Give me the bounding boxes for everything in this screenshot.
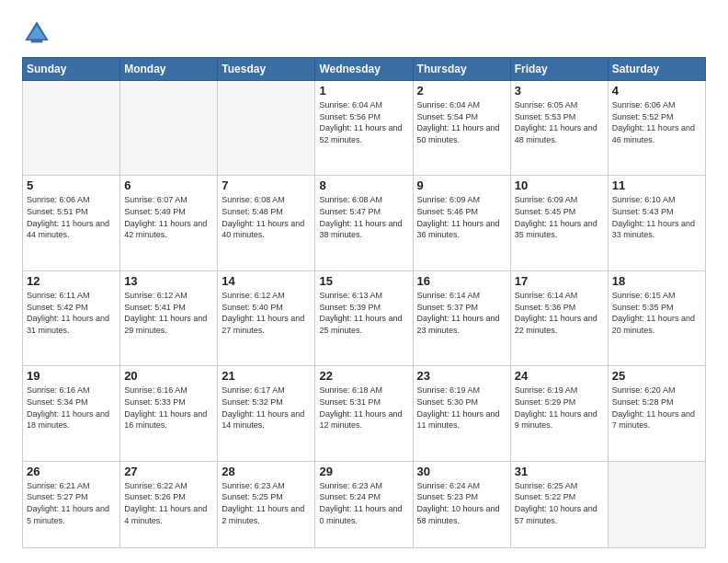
- calendar-header-sunday: Sunday: [23, 58, 120, 81]
- header: [22, 18, 706, 48]
- calendar-day-cell: [120, 81, 218, 176]
- svg-rect-2: [31, 39, 43, 42]
- day-info: Sunrise: 6:19 AM Sunset: 5:29 PM Dayligh…: [515, 385, 604, 431]
- day-number: 26: [27, 465, 116, 478]
- calendar-header-thursday: Thursday: [413, 58, 510, 81]
- calendar-day-cell: 24Sunrise: 6:19 AM Sunset: 5:29 PM Dayli…: [510, 366, 608, 461]
- day-number: 2: [417, 84, 506, 98]
- calendar-day-cell: 25Sunrise: 6:20 AM Sunset: 5:28 PM Dayli…: [608, 366, 705, 461]
- calendar-day-cell: 10Sunrise: 6:09 AM Sunset: 5:45 PM Dayli…: [510, 176, 608, 270]
- day-info: Sunrise: 6:12 AM Sunset: 5:40 PM Dayligh…: [222, 290, 311, 336]
- calendar-day-cell: 2Sunrise: 6:04 AM Sunset: 5:54 PM Daylig…: [413, 81, 510, 176]
- calendar-day-cell: 6Sunrise: 6:07 AM Sunset: 5:49 PM Daylig…: [120, 176, 218, 270]
- day-info: Sunrise: 6:20 AM Sunset: 5:28 PM Dayligh…: [612, 385, 701, 431]
- day-info: Sunrise: 6:24 AM Sunset: 5:23 PM Dayligh…: [417, 480, 506, 526]
- day-info: Sunrise: 6:11 AM Sunset: 5:42 PM Dayligh…: [27, 290, 116, 336]
- day-number: 24: [515, 369, 604, 383]
- day-info: Sunrise: 6:08 AM Sunset: 5:48 PM Dayligh…: [222, 194, 311, 240]
- day-number: 3: [515, 84, 604, 98]
- day-number: 5: [27, 178, 116, 192]
- day-number: 6: [124, 178, 213, 192]
- day-number: 4: [612, 84, 701, 98]
- calendar-day-cell: 22Sunrise: 6:18 AM Sunset: 5:31 PM Dayli…: [315, 366, 413, 461]
- day-info: Sunrise: 6:14 AM Sunset: 5:37 PM Dayligh…: [417, 290, 506, 336]
- calendar-day-cell: [218, 81, 315, 176]
- calendar-header-wednesday: Wednesday: [315, 58, 413, 81]
- calendar-day-cell: 8Sunrise: 6:08 AM Sunset: 5:47 PM Daylig…: [315, 176, 413, 270]
- calendar-day-cell: 16Sunrise: 6:14 AM Sunset: 5:37 PM Dayli…: [413, 270, 510, 365]
- day-info: Sunrise: 6:04 AM Sunset: 5:54 PM Dayligh…: [417, 99, 506, 145]
- calendar-day-cell: 23Sunrise: 6:19 AM Sunset: 5:30 PM Dayli…: [413, 366, 510, 461]
- day-number: 29: [319, 465, 408, 478]
- day-info: Sunrise: 6:09 AM Sunset: 5:45 PM Dayligh…: [515, 194, 604, 240]
- calendar-day-cell: 9Sunrise: 6:09 AM Sunset: 5:46 PM Daylig…: [413, 176, 510, 270]
- day-info: Sunrise: 6:08 AM Sunset: 5:47 PM Dayligh…: [319, 194, 408, 240]
- day-info: Sunrise: 6:22 AM Sunset: 5:26 PM Dayligh…: [124, 480, 213, 526]
- day-number: 25: [612, 369, 701, 383]
- calendar-day-cell: [23, 81, 120, 176]
- day-info: Sunrise: 6:23 AM Sunset: 5:24 PM Dayligh…: [319, 480, 408, 526]
- day-info: Sunrise: 6:07 AM Sunset: 5:49 PM Dayligh…: [124, 194, 213, 240]
- day-number: 10: [515, 178, 604, 192]
- calendar-day-cell: 28Sunrise: 6:23 AM Sunset: 5:25 PM Dayli…: [218, 461, 315, 547]
- calendar-day-cell: 31Sunrise: 6:25 AM Sunset: 5:22 PM Dayli…: [510, 461, 608, 547]
- day-info: Sunrise: 6:06 AM Sunset: 5:52 PM Dayligh…: [612, 99, 701, 145]
- day-number: 27: [124, 465, 213, 478]
- day-number: 19: [27, 369, 116, 383]
- day-info: Sunrise: 6:05 AM Sunset: 5:53 PM Dayligh…: [515, 99, 604, 145]
- calendar-day-cell: 15Sunrise: 6:13 AM Sunset: 5:39 PM Dayli…: [315, 270, 413, 365]
- calendar-table: SundayMondayTuesdayWednesdayThursdayFrid…: [22, 57, 706, 548]
- page: SundayMondayTuesdayWednesdayThursdayFrid…: [0, 0, 728, 563]
- day-info: Sunrise: 6:04 AM Sunset: 5:56 PM Dayligh…: [319, 99, 408, 145]
- day-number: 11: [612, 178, 701, 192]
- calendar-week-row: 12Sunrise: 6:11 AM Sunset: 5:42 PM Dayli…: [23, 270, 706, 365]
- calendar-day-cell: 3Sunrise: 6:05 AM Sunset: 5:53 PM Daylig…: [510, 81, 608, 176]
- day-info: Sunrise: 6:15 AM Sunset: 5:35 PM Dayligh…: [612, 290, 701, 336]
- logo: [22, 18, 55, 48]
- calendar-day-cell: 17Sunrise: 6:14 AM Sunset: 5:36 PM Dayli…: [510, 270, 608, 365]
- calendar-day-cell: 18Sunrise: 6:15 AM Sunset: 5:35 PM Dayli…: [608, 270, 705, 365]
- calendar-week-row: 5Sunrise: 6:06 AM Sunset: 5:51 PM Daylig…: [23, 176, 706, 270]
- day-info: Sunrise: 6:19 AM Sunset: 5:30 PM Dayligh…: [417, 385, 506, 431]
- calendar-header-saturday: Saturday: [608, 58, 705, 81]
- calendar-day-cell: 26Sunrise: 6:21 AM Sunset: 5:27 PM Dayli…: [23, 461, 120, 547]
- calendar-day-cell: 7Sunrise: 6:08 AM Sunset: 5:48 PM Daylig…: [218, 176, 315, 270]
- calendar-header-friday: Friday: [510, 58, 608, 81]
- day-number: 30: [417, 465, 506, 478]
- calendar-day-cell: 20Sunrise: 6:16 AM Sunset: 5:33 PM Dayli…: [120, 366, 218, 461]
- day-info: Sunrise: 6:16 AM Sunset: 5:34 PM Dayligh…: [27, 385, 116, 431]
- day-info: Sunrise: 6:23 AM Sunset: 5:25 PM Dayligh…: [222, 480, 311, 526]
- day-number: 16: [417, 274, 506, 288]
- day-info: Sunrise: 6:10 AM Sunset: 5:43 PM Dayligh…: [612, 194, 701, 240]
- day-info: Sunrise: 6:21 AM Sunset: 5:27 PM Dayligh…: [27, 480, 116, 526]
- day-number: 8: [319, 178, 408, 192]
- day-info: Sunrise: 6:09 AM Sunset: 5:46 PM Dayligh…: [417, 194, 506, 240]
- day-number: 22: [319, 369, 408, 383]
- day-info: Sunrise: 6:13 AM Sunset: 5:39 PM Dayligh…: [319, 290, 408, 336]
- calendar-week-row: 19Sunrise: 6:16 AM Sunset: 5:34 PM Dayli…: [23, 366, 706, 461]
- day-number: 14: [222, 274, 311, 288]
- day-number: 7: [222, 178, 311, 192]
- calendar-day-cell: 30Sunrise: 6:24 AM Sunset: 5:23 PM Dayli…: [413, 461, 510, 547]
- calendar-day-cell: [608, 461, 705, 547]
- calendar-header-row: SundayMondayTuesdayWednesdayThursdayFrid…: [23, 58, 706, 81]
- day-number: 20: [124, 369, 213, 383]
- day-info: Sunrise: 6:14 AM Sunset: 5:36 PM Dayligh…: [515, 290, 604, 336]
- calendar-day-cell: 12Sunrise: 6:11 AM Sunset: 5:42 PM Dayli…: [23, 270, 120, 365]
- calendar-day-cell: 5Sunrise: 6:06 AM Sunset: 5:51 PM Daylig…: [23, 176, 120, 270]
- calendar-week-row: 1Sunrise: 6:04 AM Sunset: 5:56 PM Daylig…: [23, 81, 706, 176]
- calendar-day-cell: 29Sunrise: 6:23 AM Sunset: 5:24 PM Dayli…: [315, 461, 413, 547]
- day-info: Sunrise: 6:12 AM Sunset: 5:41 PM Dayligh…: [124, 290, 213, 336]
- calendar-day-cell: 4Sunrise: 6:06 AM Sunset: 5:52 PM Daylig…: [608, 81, 705, 176]
- calendar-header-monday: Monday: [120, 58, 218, 81]
- day-number: 17: [515, 274, 604, 288]
- day-number: 31: [515, 465, 604, 478]
- calendar-header-tuesday: Tuesday: [218, 58, 315, 81]
- day-number: 12: [27, 274, 116, 288]
- day-info: Sunrise: 6:25 AM Sunset: 5:22 PM Dayligh…: [515, 480, 604, 526]
- logo-icon: [22, 18, 51, 48]
- calendar-week-row: 26Sunrise: 6:21 AM Sunset: 5:27 PM Dayli…: [23, 461, 706, 547]
- day-number: 1: [319, 84, 408, 98]
- calendar-day-cell: 19Sunrise: 6:16 AM Sunset: 5:34 PM Dayli…: [23, 366, 120, 461]
- calendar-day-cell: 27Sunrise: 6:22 AM Sunset: 5:26 PM Dayli…: [120, 461, 218, 547]
